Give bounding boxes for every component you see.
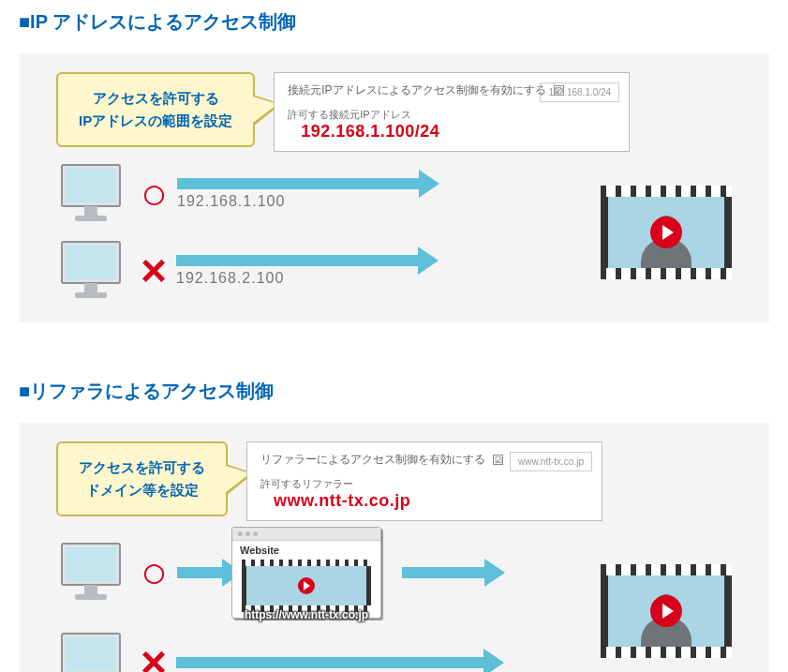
window-dot-icon bbox=[253, 531, 258, 536]
window-dot-icon bbox=[238, 531, 243, 536]
svg-rect-7 bbox=[75, 292, 107, 298]
row-denied: × 192.168.2.100 bbox=[56, 238, 563, 304]
rows-col: ○ 192.168.1.100 × bbox=[56, 161, 563, 304]
section-referrer-access: ■リファラによるアクセス制御 アクセスを許可する ドメイン等を設定 リファラーに… bbox=[0, 369, 788, 672]
callout-wrap: アクセスを許可する IPアドレスの範囲を設定 bbox=[56, 72, 255, 147]
film-inner bbox=[608, 575, 724, 647]
section-title: ■リファラによるアクセス制御 bbox=[0, 369, 788, 413]
diagram-panel-referrer: アクセスを許可する ドメイン等を設定 リファラーによるアクセス制御を有効にする … bbox=[19, 423, 769, 672]
monitor-icon bbox=[56, 540, 131, 605]
callout-line: アクセスを許可する bbox=[79, 456, 205, 479]
monitor-icon bbox=[56, 161, 131, 227]
svg-rect-13 bbox=[66, 637, 116, 671]
config-value-ip: 192.168.1.100/24 bbox=[301, 122, 616, 142]
config-box-referrer: リファラーによるアクセス制御を有効にする ☑ www.ntt-tx.co.jp … bbox=[246, 441, 602, 521]
flow-container: ○ 192.168.1.100 × bbox=[56, 161, 732, 304]
row-allowed: ○ 192.168.1.100 bbox=[56, 161, 563, 227]
arrow-icon bbox=[177, 567, 224, 578]
callout-line: IPアドレスの範囲を設定 bbox=[79, 110, 232, 132]
film-inner bbox=[246, 566, 366, 605]
allow-label: 許可するリファラー bbox=[260, 477, 588, 491]
enable-label: 接続元IPアドレスによるアクセス制御を有効にする bbox=[288, 82, 545, 98]
config-box-ip: 接続元IPアドレスによるアクセス制御を有効にする ☑ 192.168.1.0/2… bbox=[274, 72, 630, 152]
callout-wrap: アクセスを許可する ドメイン等を設定 bbox=[56, 441, 228, 516]
enable-label: リファラーによるアクセス制御を有効にする bbox=[260, 452, 485, 468]
film-inner bbox=[608, 197, 724, 268]
play-icon bbox=[650, 595, 682, 627]
ip-denied: 192.168.2.100 bbox=[176, 270, 284, 287]
arrow-icon bbox=[177, 178, 421, 189]
diagram-panel-ip: アクセスを許可する IPアドレスの範囲を設定 接続元IPアドレスによるアクセス制… bbox=[19, 53, 769, 322]
video-film-icon bbox=[601, 186, 732, 279]
callout-referrer: アクセスを許可する ドメイン等を設定 bbox=[56, 441, 228, 516]
svg-rect-11 bbox=[75, 594, 107, 600]
config-value-referrer: www.ntt-tx.co.jp bbox=[274, 491, 588, 511]
section-ip-access: ■IP アドレスによるアクセス制御 アクセスを許可する IPアドレスの範囲を設定… bbox=[0, 0, 788, 369]
website-url: https://www.ntt-tx.co.jp bbox=[245, 608, 368, 621]
callout-line: アクセスを許可する bbox=[79, 87, 232, 110]
monitor-icon bbox=[56, 238, 131, 304]
row-denied: × bbox=[56, 630, 563, 672]
svg-rect-5 bbox=[66, 246, 116, 279]
website-title-bar bbox=[232, 528, 380, 541]
allow-label: 許可する接続元IPアドレス bbox=[288, 108, 616, 122]
mark-ng: × bbox=[141, 248, 167, 293]
arrow-icon bbox=[176, 657, 485, 668]
rows-col: ○ Website bbox=[56, 527, 563, 672]
website-label: Website bbox=[232, 541, 380, 558]
config-mini-value: 192.168.1.0/24 bbox=[540, 82, 619, 102]
arrow-icon bbox=[176, 255, 420, 266]
svg-rect-2 bbox=[84, 206, 97, 216]
flow-container: ○ Website bbox=[56, 527, 732, 672]
callout-ip-range: アクセスを許可する IPアドレスの範囲を設定 bbox=[56, 72, 255, 147]
row-allowed: ○ Website bbox=[56, 527, 563, 619]
arrow-icon bbox=[402, 567, 486, 578]
website-window: Website https://www.ntt-tx.co.jp bbox=[231, 527, 381, 619]
arrow-col: 192.168.2.100 bbox=[176, 255, 563, 287]
film-strip bbox=[601, 186, 732, 279]
website-film-icon bbox=[242, 560, 371, 612]
ip-allowed: 192.168.1.100 bbox=[177, 193, 285, 210]
mark-ok: ○ bbox=[141, 172, 168, 217]
svg-rect-9 bbox=[66, 547, 116, 581]
section-title: ■IP アドレスによるアクセス制御 bbox=[0, 0, 788, 44]
play-icon bbox=[298, 577, 315, 594]
checkbox-icon: ☑ bbox=[493, 455, 503, 465]
svg-rect-1 bbox=[66, 169, 116, 202]
svg-rect-3 bbox=[75, 216, 107, 221]
play-icon bbox=[650, 217, 682, 248]
arrow-col: 192.168.1.100 bbox=[177, 178, 563, 210]
mark-ng: × bbox=[141, 640, 167, 672]
mark-ok: ○ bbox=[141, 550, 168, 595]
callout-line: ドメイン等を設定 bbox=[79, 479, 205, 501]
top-row: アクセスを許可する ドメイン等を設定 リファラーによるアクセス制御を有効にする … bbox=[56, 441, 732, 521]
video-film-icon bbox=[601, 564, 732, 658]
top-row: アクセスを許可する IPアドレスの範囲を設定 接続元IPアドレスによるアクセス制… bbox=[56, 72, 732, 152]
svg-rect-10 bbox=[84, 585, 97, 594]
svg-rect-6 bbox=[84, 283, 97, 292]
monitor-icon bbox=[56, 630, 131, 672]
window-dot-icon bbox=[245, 531, 250, 536]
config-mini-value: www.ntt-tx.co.jp bbox=[510, 452, 592, 471]
film-strip bbox=[601, 564, 732, 658]
